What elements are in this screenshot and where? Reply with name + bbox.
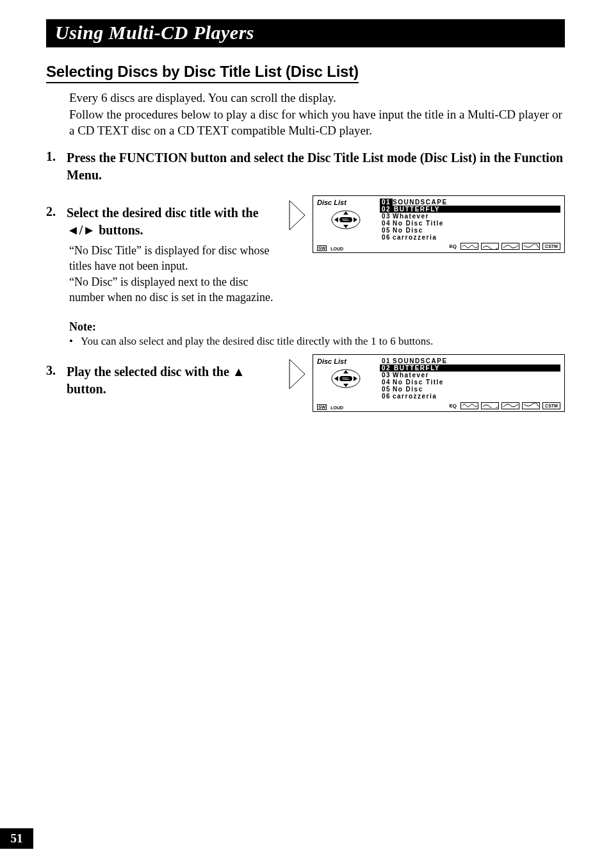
- note-title: Note:: [69, 320, 565, 334]
- display-mode-label: Disc List: [317, 357, 375, 365]
- eq-label: EQ: [449, 243, 457, 249]
- note-text: You can also select and play the desired…: [81, 335, 565, 348]
- disc-list-2: 01SOUNDSCAPE 02BUTTERFLY 03Whatever 04No…: [380, 357, 560, 400]
- section-heading-wrap: Selecting Discs by Disc Title List (Disc…: [46, 63, 565, 90]
- eq-wave-icon: [460, 402, 478, 409]
- step-2: 2. Select the desired disc title with th…: [46, 204, 277, 239]
- callout-pointer-icon: [288, 199, 307, 234]
- step-1-number: 1.: [46, 149, 67, 184]
- step-2-text: Select the desired disc title with the ◄…: [67, 204, 277, 239]
- step-2-sub: “No Disc Title” is displayed for disc wh…: [69, 243, 277, 305]
- sw-icon: SW: [317, 404, 327, 410]
- chapter-title: Using Multi-CD Players: [55, 22, 556, 44]
- callout-pointer-icon: [288, 358, 307, 393]
- loud-icon: LOUD: [330, 247, 343, 251]
- disc-row-05: 05No Disc: [380, 227, 560, 234]
- section-title: Selecting Discs by Disc Title List (Disc…: [46, 63, 359, 83]
- eq-wave-icon: [501, 402, 519, 409]
- step-1-text: Press the FUNCTION button and select the…: [67, 149, 565, 184]
- eq-wave-icon: [501, 243, 519, 250]
- step-3-number: 3.: [46, 363, 67, 398]
- eq-wave-icon: [522, 243, 540, 250]
- disc-row-04: 04No Disc Title: [380, 220, 560, 227]
- display-mode-label: Disc List: [317, 199, 375, 206]
- disc-row-03: 03Whatever: [380, 372, 560, 379]
- disc-row-04: 04No Disc Title: [380, 379, 560, 386]
- intro-paragraph: Every 6 discs are displayed. You can scr…: [69, 90, 565, 139]
- eq-wave-icon: [481, 402, 499, 409]
- step-3: 3. Play the selected disc with the ▲ but…: [46, 363, 277, 398]
- display-footer-1: EQ CSTM: [317, 242, 560, 251]
- eq-wave-icon: [481, 243, 499, 250]
- eq-label: EQ: [449, 403, 457, 409]
- note-item: • You can also select and play the desir…: [69, 335, 565, 348]
- display-status-left: SW LOUD: [317, 245, 343, 251]
- disc-row-05: 05No Disc: [380, 386, 560, 393]
- step-1: 1. Press the FUNCTION button and select …: [46, 149, 565, 184]
- step-3-text: Play the selected disc with the ▲ button…: [67, 363, 277, 398]
- disc-row-06: 06carrozzeria: [380, 393, 560, 400]
- disc-row-01: 01SOUNDSCAPE: [380, 357, 560, 364]
- svg-text:SEL: SEL: [342, 218, 350, 222]
- sw-icon: SW: [317, 245, 327, 251]
- eq-wave-icon: [522, 402, 540, 409]
- svg-text:SEL: SEL: [342, 377, 350, 381]
- loud-icon: LOUD: [330, 405, 343, 410]
- sel-nav-icon: SEL: [328, 208, 364, 232]
- step-2-number: 2.: [46, 204, 67, 239]
- display-footer-2: EQ CSTM: [317, 401, 560, 410]
- display-screenshot-1: Disc List SEL: [313, 195, 565, 253]
- disc-row-02-selected: 02BUTTERFLY: [380, 206, 560, 213]
- note-block: Note: • You can also select and play the…: [69, 320, 565, 348]
- cstm-icon: CSTM: [542, 243, 560, 250]
- disc-row-02-selected: 02BUTTERFLY: [380, 364, 560, 372]
- cstm-icon: CSTM: [542, 402, 560, 409]
- sel-nav-icon: SEL: [328, 366, 364, 391]
- display-screenshot-2: Disc List SEL: [313, 354, 565, 412]
- disc-row-03: 03Whatever: [380, 213, 560, 220]
- page-number: 51: [0, 828, 33, 849]
- chapter-header: Using Multi-CD Players: [46, 19, 565, 47]
- disc-row-06: 06carrozzeria: [380, 234, 560, 241]
- display-status-left: SW LOUD: [317, 404, 343, 410]
- disc-row-01: 01SOUNDSCAPE: [380, 199, 560, 206]
- eq-wave-icon: [460, 243, 478, 250]
- bullet-icon: •: [69, 335, 81, 348]
- disc-list-1: 01SOUNDSCAPE 02BUTTERFLY 03Whatever 04No…: [380, 199, 560, 241]
